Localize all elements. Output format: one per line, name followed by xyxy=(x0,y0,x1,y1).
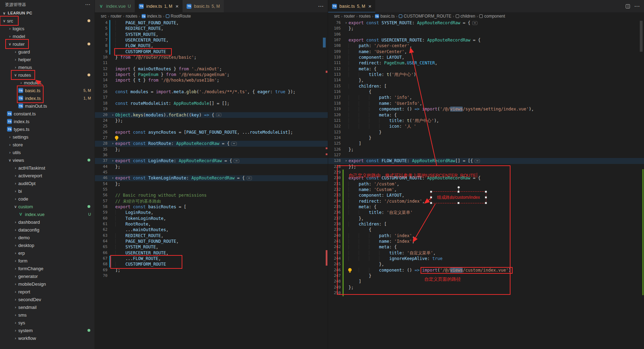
code-line-24[interactable]: 24}); xyxy=(95,118,328,123)
tree-item-sys[interactable]: ›sys xyxy=(0,319,95,326)
chevron-down-icon[interactable]: ∨ xyxy=(7,158,13,163)
tree-item-generator[interactable]: ›generator xyxy=(0,272,95,280)
tree-item-actHiTaskinst[interactable]: ›actHiTaskinst xyxy=(0,164,95,172)
breadcrumb-item-RootRoute[interactable]: RootRoute xyxy=(166,14,191,19)
tree-item-model[interactable]: ›model xyxy=(0,32,95,40)
chevron-right-icon[interactable]: › xyxy=(13,266,18,271)
tree-item-menus[interactable]: ›menus xyxy=(0,63,95,71)
code-line-246[interactable]: 246 component: () => import('/@/views/cu… xyxy=(328,267,644,273)
tree-item-index.vue[interactable]: Vindex.vueU xyxy=(0,210,95,218)
code-line-230[interactable]: 230export const CUSTOMFORM_ROUTE: AppRou… xyxy=(328,175,644,181)
code-line-126[interactable]: 126}; xyxy=(328,147,644,152)
code-line-235[interactable]: 235 meta: { xyxy=(328,204,644,210)
breadcrumb-item-src[interactable]: src xyxy=(334,14,340,19)
code-line-244[interactable]: 244 ignoreKeepAlive: true xyxy=(328,256,644,261)
tree-item-secondDev[interactable]: ›secondDev xyxy=(0,296,95,303)
tree-item-router[interactable]: ∨router xyxy=(0,40,95,48)
tree-item-basic.ts[interactable]: TSbasic.ts5, M xyxy=(0,87,95,94)
code-line-114[interactable]: 114 }, xyxy=(328,77,644,83)
more-actions-icon[interactable]: ⋯ xyxy=(634,4,640,9)
tree-item-system[interactable]: ›system xyxy=(0,326,95,334)
chevron-right-icon[interactable]: › xyxy=(13,290,18,294)
code-line-11[interactable]: 11 xyxy=(95,60,328,66)
code-line-66[interactable]: 66 USERCENTER_ROUTE, xyxy=(95,250,328,256)
tab-basic.ts[interactable]: TSbasic.ts5, M× xyxy=(328,0,375,12)
code-line-109[interactable]: 109 name: 'UserCenter', xyxy=(328,49,644,55)
breadcrumb-item-router[interactable]: router xyxy=(111,14,122,19)
chevron-right-icon[interactable]: › xyxy=(18,81,24,85)
folded-code-ellipsis[interactable]: ⋯ xyxy=(475,159,480,163)
code-line-106[interactable]: 106 xyxy=(328,32,644,37)
close-icon[interactable]: × xyxy=(368,4,371,9)
chevron-right-icon[interactable]: › xyxy=(13,228,18,232)
code-line-57[interactable]: 57// 未经许可的基本路由 xyxy=(95,198,328,204)
tree-item-formChange[interactable]: ›formChange xyxy=(0,265,95,272)
chevron-right-icon[interactable]: › xyxy=(13,65,18,69)
code-line-122[interactable]: 122 icon: '人 ' xyxy=(328,123,644,129)
code-line-13[interactable]: 13import { PageEnum } from '/@/enums/pag… xyxy=(95,72,328,77)
tree-item-constant.ts[interactable]: TSconstant.ts xyxy=(0,110,95,118)
code-line-245[interactable]: 245 }, xyxy=(328,261,644,267)
more-actions-icon[interactable]: ⋯ xyxy=(318,4,324,9)
chevron-down-icon[interactable]: ∨ xyxy=(1,19,7,23)
code-line-5[interactable]: 5 REDIRECT_ROUTE, xyxy=(95,26,328,31)
chevron-right-icon[interactable]: › xyxy=(13,321,18,325)
tree-item-routes[interactable]: ∨routes xyxy=(0,71,95,79)
tree-item-activereport[interactable]: ›activereport xyxy=(0,172,95,179)
code-line-27[interactable]: 27 xyxy=(95,135,328,141)
code-line-18[interactable]: 18const routeModuleList: AppRouteModule[… xyxy=(95,101,328,106)
tree-item-modules[interactable]: ›modules xyxy=(0,79,95,87)
fold-collapsed-icon[interactable]: › xyxy=(344,20,349,26)
code-line-110[interactable]: 110 component: LAYOUT, xyxy=(328,55,644,60)
code-line-28[interactable]: 28›export const RootRoute: AppRouteRecor… xyxy=(95,141,328,146)
code-line-36[interactable]: 36 xyxy=(95,152,328,158)
chevron-down-icon[interactable]: ∨ xyxy=(13,73,18,77)
chevron-right-icon[interactable]: › xyxy=(13,259,18,263)
chevron-right-icon[interactable]: › xyxy=(13,336,18,340)
tree-item-mobileDesign[interactable]: ›mobileDesign xyxy=(0,280,95,288)
lightbulb-icon[interactable] xyxy=(115,136,118,139)
tree-item-index.ts[interactable]: TSindex.ts1, M xyxy=(0,94,95,102)
breadcrumb-item-children[interactable]: children xyxy=(456,14,475,19)
code-line-240[interactable]: 240 path: 'index', xyxy=(328,233,644,239)
code-line-46[interactable]: 46›export const TokenLoginRoute: AppRout… xyxy=(95,175,328,181)
breadcrumb-item-index.ts[interactable]: TSindex.ts xyxy=(142,14,162,19)
code-line-241[interactable]: 241 name: 'Index', xyxy=(328,239,644,244)
chevron-right-icon[interactable]: › xyxy=(13,197,18,201)
folded-code-ellipsis[interactable]: ⋯ xyxy=(216,113,221,117)
workspace-section-header[interactable]: ∨ LEARUN PC xyxy=(0,9,95,17)
tree-item-sendmail[interactable]: ›sendmail xyxy=(0,303,95,311)
code-line-112[interactable]: 112 meta: { xyxy=(328,66,644,72)
tree-item-demo[interactable]: ›demo xyxy=(0,234,95,241)
code-line-55[interactable]: 55 xyxy=(95,187,328,192)
fold-collapsed-icon[interactable]: › xyxy=(344,158,349,164)
code-line-115[interactable]: 115 children: [ xyxy=(328,83,644,89)
code-line-243[interactable]: 243 title: '自定义菜单', xyxy=(328,250,644,256)
tree-item-types.ts[interactable]: TStypes.ts xyxy=(0,125,95,133)
code-line-233[interactable]: 233 component: LAYOUT, xyxy=(328,192,644,198)
tree-item-erp[interactable]: ›erp xyxy=(0,249,95,257)
code-line-247[interactable]: 247 } xyxy=(328,273,644,279)
code-line-67[interactable]: 67 ...FLOW_ROUTE, xyxy=(95,256,328,261)
tab-basic.ts[interactable]: TSbasic.ts5, M xyxy=(183,0,223,12)
folded-code-ellipsis[interactable]: ⋯ xyxy=(231,142,236,146)
code-line-60[interactable]: 60 TokenLoginRoute, xyxy=(95,216,328,221)
breadcrumb-item-src[interactable]: src xyxy=(101,14,106,19)
tree-item-views[interactable]: ∨views xyxy=(0,156,95,164)
folded-code-ellipsis[interactable]: ⋯ xyxy=(472,21,477,25)
chevron-right-icon[interactable]: › xyxy=(7,142,13,147)
code-line-63[interactable]: 63 REDIRECT_ROUTE, xyxy=(95,233,328,239)
code-line-10[interactable]: 10} from '/@/router/routes/basic'; xyxy=(95,55,328,60)
tree-item-code[interactable]: ›code xyxy=(0,195,95,203)
chevron-down-icon[interactable]: ∨ xyxy=(7,42,13,46)
chevron-right-icon[interactable]: › xyxy=(13,181,18,185)
code-line-118[interactable]: 118 name: 'UserInfo', xyxy=(328,101,644,106)
code-line-76[interactable]: 76›export const SYSTEM_ROUTE: AppRouteRe… xyxy=(328,20,644,26)
code-line-232[interactable]: 232 name: 'Custom', xyxy=(328,187,644,192)
code-line-61[interactable]: 61 RootRoute, xyxy=(95,221,328,227)
tree-item-mainOut.ts[interactable]: TSmainOut.ts xyxy=(0,102,95,110)
tree-item-src[interactable]: ∨src xyxy=(0,17,95,25)
code-line-111[interactable]: 111 redirect: PageEnum.USER_CENTER, xyxy=(328,60,644,66)
code-line-234[interactable]: 234 redirect: '/custom/index', xyxy=(328,198,644,204)
code-line-62[interactable]: 62 ...mainOutRoutes, xyxy=(95,227,328,233)
